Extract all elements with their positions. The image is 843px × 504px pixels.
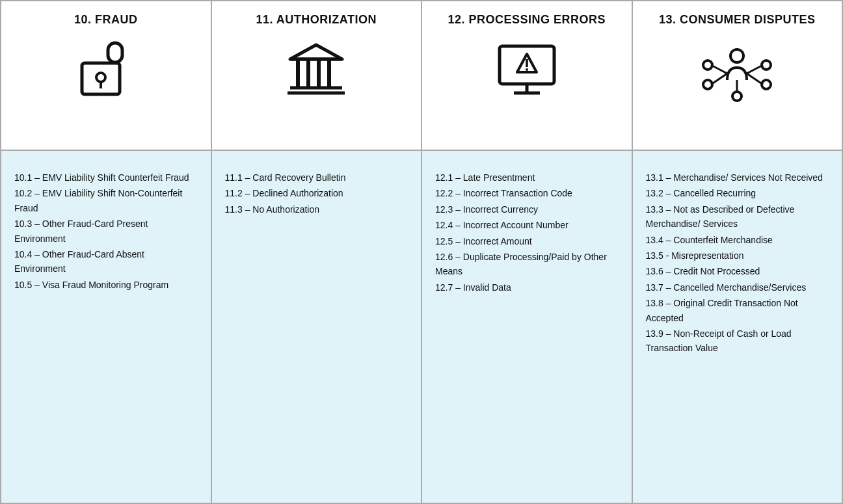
- header-fraud-title: 10. FRAUD: [74, 13, 138, 27]
- fraud-item-2: 10.2 – EMV Liability Shift Non-Counterfe…: [14, 186, 198, 215]
- proc-item-4: 12.4 – Incorrect Account Number: [435, 218, 619, 232]
- content-consumer: 13.1 – Merchandise/ Services Not Receive…: [632, 150, 843, 503]
- cons-item-2: 13.2 – Cancelled Recurring: [646, 186, 829, 200]
- cons-item-4: 13.4 – Counterfeit Merchandise: [646, 233, 829, 247]
- svg-point-27: [703, 80, 712, 89]
- fraud-item-5: 10.5 – Visa Fraud Monitoring Program: [14, 278, 198, 292]
- svg-point-25: [762, 60, 771, 70]
- proc-item-7: 12.7 – Invalid Data: [435, 280, 619, 295]
- processing-icon: [491, 34, 563, 106]
- proc-item-1: 12.1 – Late Presentment: [435, 170, 619, 185]
- proc-item-2: 12.2 – Incorrect Transaction Code: [435, 186, 619, 200]
- auth-item-1: 11.1 – Card Recovery Bulletin: [225, 170, 408, 185]
- proc-item-3: 12.3 – Incorrect Currency: [435, 202, 619, 217]
- fraud-item-1: 10.1 – EMV Liability Shift Counterfeit F…: [14, 170, 198, 185]
- header-consumer: 13. CONSUMER DISPUTES: [632, 1, 843, 150]
- svg-point-18: [730, 49, 743, 62]
- header-fraud: 10. FRAUD: [1, 1, 211, 150]
- cons-item-5: 13.5 - Misrepresentation: [646, 248, 829, 263]
- fraud-icon: [70, 34, 142, 106]
- cons-item-6: 13.6 – Credit Not Processed: [646, 264, 829, 278]
- consumer-icon: [701, 34, 773, 106]
- header-authorization-title: 11. AUTHORIZATION: [256, 13, 377, 27]
- main-table: 10. FRAUD 11. AUTHORIZATION: [0, 0, 843, 504]
- fraud-item-4: 10.4 – Other Fraud-Card Absent Environme…: [14, 247, 198, 276]
- svg-line-22: [711, 73, 727, 85]
- svg-point-2: [96, 73, 105, 82]
- svg-point-24: [703, 60, 712, 70]
- cons-item-3: 13.3 – Not as Described or Defective Mer…: [646, 202, 829, 232]
- proc-item-6: 12.6 – Duplicate Processing/Paid by Othe…: [435, 250, 619, 279]
- cons-item-9: 13.9 – Non-Receipt of Cash or Load Trans…: [646, 326, 829, 356]
- cons-item-8: 13.8 – Original Credit Transaction Not A…: [646, 296, 829, 325]
- auth-item-2: 11.2 – Declined Authorization: [225, 186, 408, 200]
- cons-item-7: 13.7 – Cancelled Merchandise/Services: [646, 280, 829, 295]
- authorization-icon: [280, 34, 352, 106]
- svg-rect-0: [108, 43, 122, 62]
- fraud-item-3: 10.3 – Other Fraud-Card Present Environm…: [14, 217, 198, 246]
- content-fraud: 10.1 – EMV Liability Shift Counterfeit F…: [1, 150, 211, 503]
- svg-marker-4: [290, 45, 342, 59]
- svg-point-26: [732, 92, 742, 101]
- content-authorization: 11.1 – Card Recovery Bulletin 11.2 – Dec…: [211, 150, 422, 503]
- svg-line-23: [747, 73, 763, 85]
- header-processing-title: 12. PROCESSING ERRORS: [448, 13, 606, 27]
- header-authorization: 11. AUTHORIZATION: [211, 1, 422, 150]
- svg-rect-1: [82, 63, 120, 94]
- auth-item-3: 11.3 – No Authorization: [225, 202, 408, 217]
- svg-point-17: [526, 68, 528, 71]
- proc-item-5: 12.5 – Incorrect Amount: [435, 234, 619, 248]
- header-processing: 12. PROCESSING ERRORS: [421, 1, 632, 150]
- svg-point-28: [762, 80, 771, 89]
- cons-item-1: 13.1 – Merchandise/ Services Not Receive…: [646, 170, 829, 185]
- content-processing: 12.1 – Late Presentment 12.2 – Incorrect…: [421, 150, 632, 503]
- header-consumer-title: 13. CONSUMER DISPUTES: [659, 13, 816, 27]
